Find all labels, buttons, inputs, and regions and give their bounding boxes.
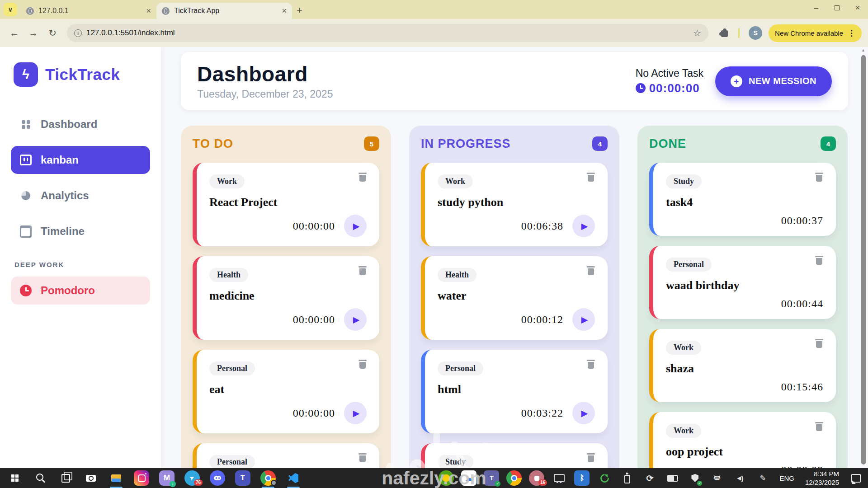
vscode-icon[interactable] bbox=[286, 470, 301, 486]
tab-close-icon[interactable]: × bbox=[146, 6, 151, 16]
close-window-button[interactable]: × bbox=[847, 0, 868, 15]
play-button[interactable]: ▶ bbox=[344, 308, 367, 331]
scrollbar-thumb[interactable] bbox=[861, 55, 866, 465]
start-icon[interactable] bbox=[7, 470, 23, 486]
teamscheck-icon[interactable] bbox=[484, 470, 499, 486]
trash-icon[interactable] bbox=[587, 453, 595, 462]
play-button[interactable]: ▶ bbox=[344, 402, 367, 424]
task-timer: 00:00:37 bbox=[781, 215, 823, 227]
cloudapp-icon[interactable] bbox=[461, 470, 476, 486]
trash-icon[interactable] bbox=[359, 360, 367, 369]
pen-icon[interactable] bbox=[755, 470, 770, 486]
back-button[interactable]: ← bbox=[6, 25, 23, 41]
medium-icon[interactable] bbox=[159, 470, 175, 486]
taskview-icon[interactable] bbox=[58, 470, 73, 486]
search-icon[interactable] bbox=[33, 470, 48, 486]
battery-icon[interactable] bbox=[665, 470, 680, 486]
new-mission-button[interactable]: + NEW MESSION bbox=[715, 66, 832, 96]
touchpad-icon[interactable] bbox=[552, 470, 567, 486]
rotation-icon[interactable] bbox=[642, 470, 657, 486]
language-indicator[interactable]: ENG bbox=[779, 474, 794, 482]
task-card[interactable]: Personalwaad birthday00:00:44 bbox=[649, 246, 836, 319]
sidebar-item-analytics[interactable]: Analytics bbox=[11, 182, 150, 210]
sidebar-item-timeline[interactable]: Timeline bbox=[11, 217, 150, 245]
task-card[interactable]: Studytask400:00:37 bbox=[649, 163, 836, 236]
menu-dots-icon[interactable]: ⋮ bbox=[848, 28, 855, 38]
taskbar-apps: 76 bbox=[7, 470, 301, 486]
trash-icon[interactable] bbox=[359, 266, 367, 275]
chrome-icon[interactable] bbox=[260, 470, 276, 486]
task-category-tag: Work bbox=[666, 341, 701, 355]
play-button[interactable]: ▶ bbox=[572, 215, 595, 237]
task-card[interactable]: Personalhtml00:03:22▶ bbox=[421, 350, 608, 433]
idmarrow-icon[interactable] bbox=[597, 470, 612, 486]
trash-icon[interactable] bbox=[587, 173, 595, 182]
scrollbar-up-icon[interactable]: ▲ bbox=[861, 48, 865, 52]
taskbar-time: 8:34 PM bbox=[814, 470, 839, 478]
task-card[interactable]: Workstudy python00:06:38▶ bbox=[421, 163, 608, 246]
task-card[interactable]: Personaleat00:00:00▶ bbox=[193, 350, 379, 433]
task-card[interactable]: Healthwater00:00:12▶ bbox=[421, 256, 608, 340]
minimize-button[interactable]: – bbox=[806, 0, 826, 15]
restore-button[interactable] bbox=[826, 0, 847, 15]
bluetooth-icon[interactable] bbox=[574, 470, 590, 486]
explorer-icon[interactable] bbox=[108, 470, 124, 486]
profile-avatar[interactable]: S bbox=[749, 26, 762, 40]
task-card[interactable]: Studyjs project00:09:11▶ bbox=[421, 443, 608, 468]
task-card[interactable]: WorkReact Project00:00:00▶ bbox=[193, 163, 379, 246]
task-card[interactable]: Personalvisit00:00:00▶ bbox=[193, 443, 379, 468]
system-tray: 16 ENG 8:34 PM 12/23/2025 bbox=[439, 469, 863, 487]
task-category-tag: Personal bbox=[209, 455, 255, 468]
sidebar-item-kanban[interactable]: kanban bbox=[11, 146, 150, 174]
profile-badge bbox=[271, 480, 277, 486]
tab-search-button[interactable]: ∨ bbox=[4, 3, 17, 16]
site-info-icon[interactable]: i bbox=[74, 29, 82, 37]
wifi-icon[interactable] bbox=[710, 470, 725, 486]
trash-icon[interactable] bbox=[587, 360, 595, 369]
tab-close-icon[interactable]: × bbox=[282, 6, 287, 16]
shield-icon[interactable] bbox=[687, 470, 703, 486]
volume-icon[interactable] bbox=[732, 470, 748, 486]
browser-tab-inactive[interactable]: 127.0.0.1 × bbox=[21, 3, 156, 19]
pinkapp-icon[interactable]: 16 bbox=[529, 470, 544, 486]
idmflower-icon[interactable] bbox=[439, 470, 454, 486]
forward-button[interactable]: → bbox=[25, 25, 42, 41]
trash-icon[interactable] bbox=[587, 266, 595, 275]
reload-button[interactable]: ↻ bbox=[44, 25, 61, 41]
teams-icon[interactable] bbox=[235, 470, 250, 486]
extensions-icon[interactable] bbox=[719, 28, 728, 38]
sidebar-item-pomodoro[interactable]: Pomodoro bbox=[11, 277, 150, 305]
bookmark-star-icon[interactable]: ☆ bbox=[693, 28, 701, 38]
play-button[interactable]: ▶ bbox=[572, 402, 595, 424]
windows-taskbar: 76 16 ENG 8:34 PM 12/23/2025 bbox=[0, 468, 868, 488]
trash-icon[interactable] bbox=[815, 422, 823, 431]
trash-icon[interactable] bbox=[359, 173, 367, 182]
page-scrollbar[interactable]: ▲ bbox=[860, 48, 867, 467]
play-button[interactable]: ▶ bbox=[344, 215, 367, 237]
chrome-icon[interactable] bbox=[506, 470, 522, 486]
trash-icon[interactable] bbox=[359, 453, 367, 462]
notification-center-icon[interactable] bbox=[848, 470, 863, 486]
trash-icon[interactable] bbox=[815, 173, 823, 182]
app-logo: ϟ TickTrack bbox=[11, 62, 150, 87]
trash-icon[interactable] bbox=[815, 256, 823, 265]
task-footer: 00:00:37 bbox=[666, 215, 823, 227]
usb-icon[interactable] bbox=[619, 470, 635, 486]
badge: 16 bbox=[538, 479, 547, 486]
browser-tab-active[interactable]: TickTrack App × bbox=[156, 3, 292, 19]
new-tab-button[interactable]: + bbox=[297, 5, 302, 16]
address-bar[interactable]: i 127.0.0.1:5501/index.html ☆ bbox=[67, 24, 708, 42]
task-card[interactable]: Workshaza00:15:46 bbox=[649, 329, 836, 402]
task-card[interactable]: Healthmedicine00:00:00▶ bbox=[193, 256, 379, 340]
sidebar-item-dashboard[interactable]: Dashboard bbox=[11, 110, 150, 138]
trash-icon[interactable] bbox=[815, 339, 823, 348]
chrome-update-button[interactable]: New Chrome available ⋮ bbox=[769, 24, 862, 42]
telegram-icon[interactable]: 76 bbox=[184, 470, 200, 486]
discord-icon[interactable] bbox=[210, 470, 225, 486]
instagram-icon[interactable] bbox=[134, 470, 149, 486]
camera-icon[interactable] bbox=[83, 470, 99, 486]
play-button[interactable]: ▶ bbox=[572, 308, 595, 331]
task-card[interactable]: Workoop project00:09:09 bbox=[649, 412, 836, 468]
taskbar-clock[interactable]: 8:34 PM 12/23/2025 bbox=[805, 469, 839, 487]
task-title: React Project bbox=[209, 196, 367, 209]
